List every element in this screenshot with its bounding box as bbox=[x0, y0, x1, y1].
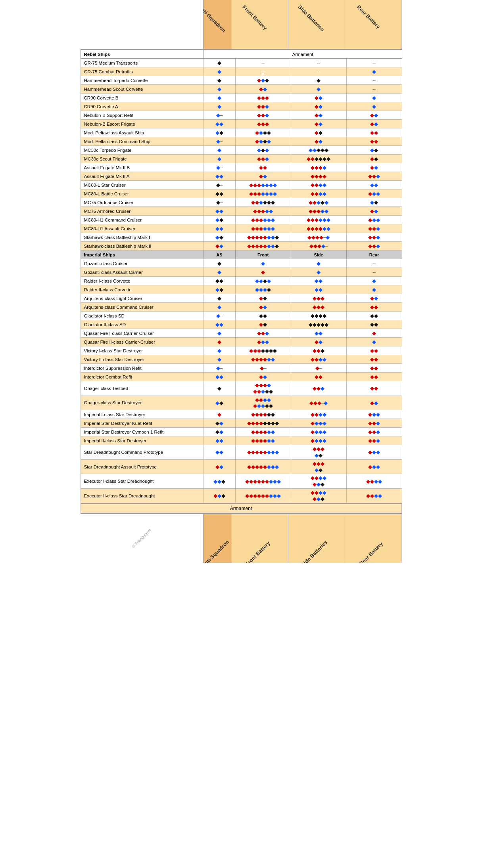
as-cell: ◆◆ bbox=[204, 189, 235, 198]
front-cell: ◆◆◆◆◆◆◆ bbox=[235, 189, 291, 198]
table-row: Executor I-class Star Dreadnought◆◆◆◆◆◆◆… bbox=[81, 474, 402, 489]
as-cell: ◆– bbox=[204, 137, 235, 146]
front-cell: ◆◆ bbox=[235, 85, 291, 94]
table-row: MC30c Scout Frigate◆◆◆◆◆◆◆◆◆◆◆◆ bbox=[81, 155, 402, 163]
rear-cell: ◆◆ bbox=[346, 111, 402, 120]
ship-name-cell: Imperial I-class Star Destroyer bbox=[81, 410, 204, 419]
side-cell: ◆◆◆◆ bbox=[291, 428, 346, 436]
side-diagonal-label: Side Batteries bbox=[297, 4, 326, 33]
ship-name-cell: Mod. Pelta-class Assault Ship bbox=[81, 128, 204, 137]
table-row: CR90 Corvette A◆◆◆◆◆◆◆ bbox=[81, 102, 402, 111]
rear-cell: ◆◆ bbox=[346, 155, 402, 163]
front-cell: ◆◆ bbox=[235, 303, 291, 312]
side-cell: ◆◆◆◆ bbox=[291, 172, 346, 181]
side-cell: ◆◆◆ bbox=[291, 381, 346, 396]
side-cell: ◆◆ bbox=[291, 102, 346, 111]
ship-name-cell: Raider I-class Corvette bbox=[81, 277, 204, 285]
bottom-as-col: Anti-Squadron bbox=[204, 514, 232, 563]
table-row: Gozanti-class Assault Carrier◆◆◆-- bbox=[81, 268, 402, 277]
rear-cell: ◆◆◆◆ bbox=[346, 488, 402, 503]
front-cell: ◆◆◆◆◆◆ bbox=[235, 216, 291, 224]
ship-name-cell: CR90 Corvette B bbox=[81, 94, 204, 102]
front-cell: ◆◆ bbox=[235, 172, 291, 181]
front-cell: ◆◆ bbox=[235, 294, 291, 303]
rear-cell: ◆◆ bbox=[346, 198, 402, 207]
side-cell: ◆– bbox=[291, 364, 346, 373]
front-cell: ◆◆◆◆◆◆ bbox=[235, 224, 291, 233]
rear-cell: ◆◆ bbox=[346, 137, 402, 146]
ship-name-cell: Onager-class Testbed bbox=[81, 381, 204, 396]
rear-cell: ◆◆ bbox=[346, 312, 402, 320]
ship-name-cell: MC80-H1 Assault Cruiser bbox=[81, 224, 204, 233]
side-cell: ◆◆◆◆◆ bbox=[291, 459, 346, 474]
rear-cell: ◆◆◆ bbox=[346, 436, 402, 445]
ship-name-cell: Star Dreadnought Assault Prototype bbox=[81, 459, 204, 474]
ship-name-cell: MC75 Armored Cruiser bbox=[81, 207, 204, 216]
ship-name-cell: Interdictor Suppression Refit bbox=[81, 364, 204, 373]
table-row: Victory II-class Star Destroyer◆◆◆◆◆◆◆◆◆… bbox=[81, 355, 402, 364]
ship-name-cell: Victory I-class Star Destroyer bbox=[81, 346, 204, 355]
bottom-side-label: Side Batteries bbox=[300, 539, 328, 562]
ship-name-cell: Victory II-class Star Destroyer bbox=[81, 355, 204, 364]
col-headers: Anti-Squadron Front Battery Side Batteri… bbox=[204, 0, 402, 49]
side-cell: ◆◆ bbox=[291, 338, 346, 346]
ship-name-cell: Nebulon-B Support Refit bbox=[81, 111, 204, 120]
front-cell: ◆◆◆◆◆ bbox=[235, 207, 291, 216]
side-cell: ◆◆◆◆ bbox=[291, 410, 346, 419]
ship-name-cell: MC30c Torpedo Frigate bbox=[81, 146, 204, 155]
rear-cell: ◆ bbox=[346, 277, 402, 285]
rear-cell: ◆◆ bbox=[346, 346, 402, 355]
side-cell: ◆◆◆◆ bbox=[291, 419, 346, 428]
rear-diagonal-label: Rear Battery bbox=[355, 4, 381, 30]
side-cell: ◆◆◆ bbox=[291, 303, 346, 312]
side-cell: ◆ bbox=[291, 76, 346, 85]
table-row: Victory I-class Star Destroyer◆◆◆◆◆◆◆◆◆◆… bbox=[81, 346, 402, 355]
front-cell: ◆◆◆◆◆◆◆◆ bbox=[235, 233, 291, 242]
front-cell: ◆◆◆ bbox=[235, 111, 291, 120]
ship-name-cell: Gozanti-class Assault Carrier bbox=[81, 268, 204, 277]
as-cell: ◆– bbox=[204, 163, 235, 172]
table-row: Onager-class Testbed◆◆◆◆◆◆◆◆◆◆◆◆◆◆◆ bbox=[81, 381, 402, 396]
bottom-rear-col: Rear Battery bbox=[345, 514, 402, 563]
front-cell: ◆◆◆◆◆◆ bbox=[235, 355, 291, 364]
front-cell: ◆◆◆◆◆◆◆◆ bbox=[235, 242, 291, 250]
side-cell: ◆◆ bbox=[291, 277, 346, 285]
rear-cell: ◆◆ bbox=[346, 294, 402, 303]
rear-cell: ◆◆ bbox=[346, 373, 402, 381]
ship-name-cell: Imperial Star Destroyer Cymoon 1 Refit bbox=[81, 428, 204, 436]
rear-cell: ◆◆◆ bbox=[346, 242, 402, 250]
rear-cell: ◆ bbox=[346, 338, 402, 346]
side-cell: ◆◆◆◆ bbox=[291, 181, 346, 189]
front-header-col: Front Battery bbox=[232, 0, 288, 49]
copyright-text: © Triangularet bbox=[131, 528, 152, 549]
side-cell: ◆◆◆◆◆ bbox=[291, 207, 346, 216]
as-diagonal-label: Anti-Squadron bbox=[204, 4, 227, 33]
as-cell: ◆ bbox=[204, 59, 235, 67]
rear-cell: ◆ bbox=[346, 102, 402, 111]
table-row: Executor II-class Star Dreadnought◆◆◆◆◆◆… bbox=[81, 488, 402, 503]
front-cell: ◆◆◆◆◆◆ bbox=[235, 410, 291, 419]
as-cell: ◆◆ bbox=[204, 373, 235, 381]
rear-header-col: Rear Battery bbox=[345, 0, 402, 49]
rear-cell: ◆◆◆ bbox=[346, 445, 402, 460]
front-cell: ◆◆◆◆◆◆◆◆◆ bbox=[235, 488, 291, 503]
front-cell: ◆◆◆◆ bbox=[235, 128, 291, 137]
as-cell: ◆◆ bbox=[204, 242, 235, 250]
front-cell: ◆– bbox=[235, 364, 291, 373]
as-cell: ◆◆ bbox=[204, 320, 235, 329]
side-cell: ◆◆◆◆◆◆ bbox=[291, 224, 346, 233]
ship-name-cell: GR-75 Medium Transports bbox=[81, 59, 204, 67]
imperial-front-col-header: Front bbox=[235, 250, 291, 259]
table-row: MC75 Ordnance Cruiser◆–◆◆◆◆◆◆◆◆◆◆◆◆◆ bbox=[81, 198, 402, 207]
front-diagonal-label: Front Battery bbox=[241, 4, 268, 31]
ship-name-cell: Arquitens-class Light Cruiser bbox=[81, 294, 204, 303]
rebel-section-header: Rebel Ships Armament bbox=[81, 50, 402, 59]
as-cell: ◆◆◆ bbox=[204, 474, 235, 489]
front-cell: ◆◆◆ bbox=[235, 94, 291, 102]
as-cell: ◆– bbox=[204, 364, 235, 373]
table-row: Assault Frigate Mk II A◆◆◆◆◆◆◆◆◆◆◆ bbox=[81, 172, 402, 181]
side-cell: ◆◆ bbox=[291, 373, 346, 381]
front-cell: ◆◆◆◆ bbox=[235, 277, 291, 285]
rear-cell: ◆◆ bbox=[346, 320, 402, 329]
bottom-rear-label: Rear Battery bbox=[358, 541, 384, 563]
